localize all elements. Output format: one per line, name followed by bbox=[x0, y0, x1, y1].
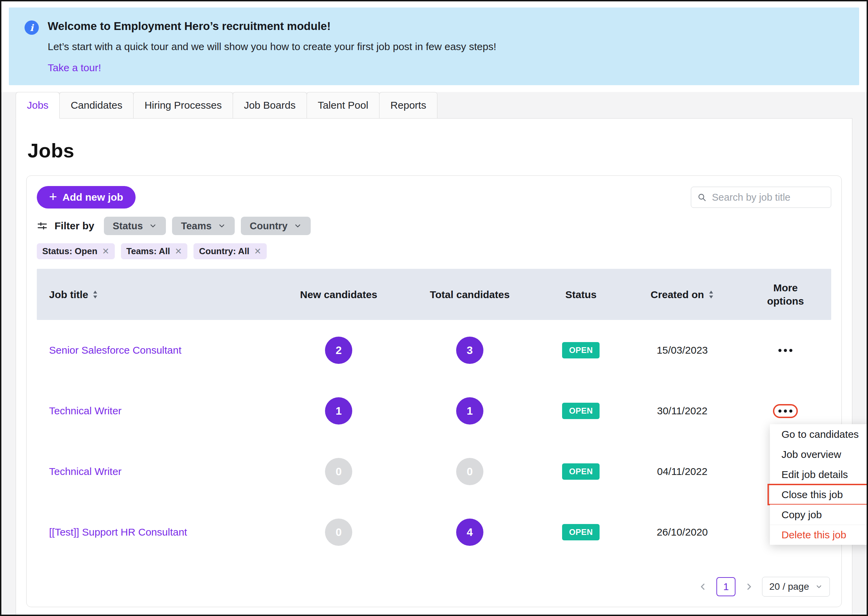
job-title-link[interactable]: Technical Writer bbox=[49, 405, 122, 417]
filter-chips: Status: Open✕Teams: All✕Country: All✕ bbox=[37, 243, 831, 259]
column-header-more-options: More options bbox=[740, 281, 831, 308]
chevron-down-icon bbox=[294, 222, 302, 230]
page-title: Jobs bbox=[28, 139, 842, 162]
banner-text: Welcome to Employment Hero’s recruitment… bbox=[48, 20, 496, 74]
menu-item-delete-this-job[interactable]: Delete this job bbox=[770, 525, 868, 545]
tab-jobs[interactable]: Jobs bbox=[16, 92, 60, 119]
table-row: [[Test]] Support HR Consultant 0 4 OPEN … bbox=[37, 502, 831, 563]
welcome-banner: i Welcome to Employment Hero’s recruitme… bbox=[9, 8, 859, 85]
filter-chip-country-all: Country: All✕ bbox=[193, 243, 267, 259]
remove-chip-icon[interactable]: ✕ bbox=[102, 246, 109, 256]
add-new-job-button[interactable]: + Add new job bbox=[37, 186, 136, 209]
next-page-button[interactable] bbox=[744, 581, 754, 592]
filter-dropdown-label: Country bbox=[250, 220, 287, 232]
job-title-link[interactable]: Technical Writer bbox=[49, 466, 122, 477]
menu-item-close-this-job[interactable]: Close this job bbox=[770, 484, 868, 504]
jobs-card: + Add new job Filte bbox=[26, 176, 842, 607]
content-area: JobsCandidatesHiring ProcessesJob Boards… bbox=[2, 92, 866, 616]
job-title-link[interactable]: Senior Salesforce Consultant bbox=[49, 344, 182, 356]
created-date: 15/03/2023 bbox=[657, 344, 708, 356]
context-menu: Go to candidatesJob overviewEdit job det… bbox=[770, 424, 868, 545]
add-new-job-label: Add new job bbox=[62, 192, 123, 203]
current-page[interactable]: 1 bbox=[716, 577, 736, 596]
total-candidates-count[interactable]: 3 bbox=[456, 336, 483, 364]
column-header-total-candidates: Total candidates bbox=[402, 288, 537, 301]
status-badge: OPEN bbox=[562, 464, 600, 480]
take-a-tour-link[interactable]: Take a tour! bbox=[48, 62, 101, 74]
column-header-status: Status bbox=[537, 288, 625, 301]
table-header: Job titleNew candidatesTotal candidatesS… bbox=[37, 269, 831, 320]
total-candidates-count[interactable]: 1 bbox=[456, 397, 483, 424]
tab-job-boards[interactable]: Job Boards bbox=[233, 92, 307, 119]
banner-title: Welcome to Employment Hero’s recruitment… bbox=[48, 20, 496, 33]
menu-item-go-to-candidates[interactable]: Go to candidates bbox=[770, 424, 868, 444]
total-candidates-count[interactable]: 0 bbox=[456, 458, 483, 485]
new-candidates-count[interactable]: 2 bbox=[325, 336, 352, 364]
filter-dropdown-status[interactable]: Status bbox=[104, 217, 166, 235]
status-badge: OPEN bbox=[562, 403, 600, 419]
tab-hiring-processes[interactable]: Hiring Processes bbox=[133, 92, 233, 119]
chevron-down-icon bbox=[149, 222, 157, 230]
plus-icon: + bbox=[49, 190, 57, 203]
filter-dropdown-teams[interactable]: Teams bbox=[172, 217, 235, 235]
remove-chip-icon[interactable]: ✕ bbox=[254, 246, 261, 256]
filter-by-label: Filter by bbox=[55, 220, 94, 232]
status-badge: OPEN bbox=[562, 524, 600, 541]
page-size-select[interactable]: 20 / page bbox=[762, 577, 830, 597]
menu-item-copy-job[interactable]: Copy job bbox=[770, 504, 868, 525]
new-candidates-count[interactable]: 1 bbox=[325, 397, 352, 424]
created-date: 26/10/2020 bbox=[657, 526, 708, 538]
tab-talent-pool[interactable]: Talent Pool bbox=[307, 92, 380, 119]
search-input[interactable] bbox=[711, 192, 825, 203]
sort-icon[interactable] bbox=[92, 290, 98, 299]
more-options-button[interactable] bbox=[773, 343, 798, 357]
column-header-new-candidates: New candidates bbox=[275, 288, 402, 301]
filter-dropdown-label: Status bbox=[113, 220, 143, 232]
filter-chip-status-open: Status: Open✕ bbox=[37, 243, 115, 259]
page-size-label: 20 / page bbox=[769, 581, 809, 592]
created-date: 04/11/2022 bbox=[657, 466, 708, 477]
column-header-created-on: Created on bbox=[625, 288, 740, 301]
table-row: Senior Salesforce Consultant 2 3 OPEN 15… bbox=[37, 320, 831, 380]
tab-bar: JobsCandidatesHiring ProcessesJob Boards… bbox=[16, 92, 852, 119]
app-window: { "banner": { "title": "Welcome to Emplo… bbox=[0, 0, 868, 616]
filter-chip-label: Status: Open bbox=[42, 246, 97, 256]
prev-page-button[interactable] bbox=[698, 581, 708, 592]
main-panel: Jobs + Add new job bbox=[16, 118, 852, 616]
search-box[interactable] bbox=[691, 187, 831, 208]
info-icon: i bbox=[25, 20, 39, 35]
remove-chip-icon[interactable]: ✕ bbox=[175, 246, 182, 256]
filter-dropdown-label: Teams bbox=[181, 220, 212, 232]
toolbar: + Add new job bbox=[37, 186, 831, 209]
table-row: Technical Writer 0 0 OPEN 04/11/2022 bbox=[37, 441, 831, 502]
tab-reports[interactable]: Reports bbox=[379, 92, 437, 119]
filter-dropdown-country[interactable]: Country bbox=[241, 217, 311, 235]
total-candidates-count[interactable]: 4 bbox=[456, 519, 483, 546]
menu-item-job-overview[interactable]: Job overview bbox=[770, 444, 868, 464]
new-candidates-count[interactable]: 0 bbox=[325, 519, 352, 546]
filter-dropdowns: StatusTeamsCountry bbox=[104, 217, 311, 235]
tab-candidates[interactable]: Candidates bbox=[59, 92, 133, 119]
sort-icon[interactable] bbox=[708, 290, 714, 299]
job-title-link[interactable]: [[Test]] Support HR Consultant bbox=[49, 526, 187, 538]
table-row: Technical Writer 1 1 OPEN 30/11/2022 Go … bbox=[37, 380, 831, 441]
filter-chip-label: Teams: All bbox=[126, 246, 170, 256]
new-candidates-count[interactable]: 0 bbox=[325, 458, 352, 485]
column-header-job-title: Job title bbox=[37, 288, 275, 301]
chevron-down-icon bbox=[218, 222, 226, 230]
filter-icon bbox=[37, 220, 48, 231]
more-options-button[interactable] bbox=[773, 404, 798, 418]
jobs-table: Job titleNew candidatesTotal candidatesS… bbox=[37, 269, 831, 563]
more-options-icon bbox=[779, 410, 782, 413]
status-badge: OPEN bbox=[562, 342, 600, 358]
table-body: Senior Salesforce Consultant 2 3 OPEN 15… bbox=[37, 320, 831, 563]
banner-subtitle: Let’s start with a quick tour and we wil… bbox=[48, 41, 496, 52]
menu-item-edit-job-details[interactable]: Edit job details bbox=[770, 464, 868, 484]
chevron-down-icon bbox=[815, 583, 823, 591]
search-icon bbox=[697, 192, 706, 203]
pagination: 1 20 / page bbox=[37, 577, 831, 597]
created-date: 30/11/2022 bbox=[657, 405, 708, 417]
more-options-icon bbox=[779, 349, 782, 352]
filter-chip-label: Country: All bbox=[199, 246, 250, 256]
filter-row: Filter by StatusTeamsCountry bbox=[37, 217, 831, 235]
